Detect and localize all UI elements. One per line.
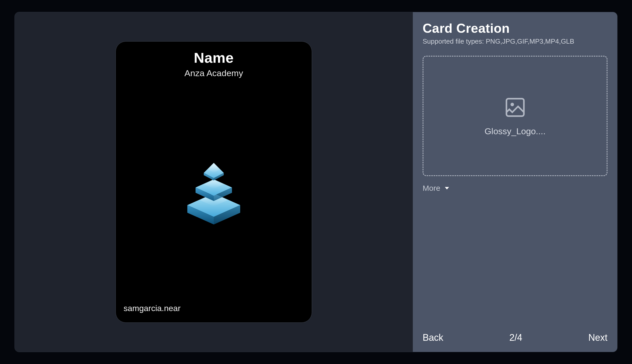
page-title: Card Creation (423, 21, 607, 36)
step-indicator: 2/4 (509, 332, 522, 343)
more-label: More (423, 184, 440, 193)
more-toggle[interactable]: More (423, 184, 607, 193)
next-button[interactable]: Next (588, 332, 607, 343)
file-dropzone[interactable]: Glossy_Logo.... (423, 56, 607, 176)
card-owner: samgarcia.near (124, 304, 181, 313)
app-viewport: Name Anza Academy (0, 0, 632, 364)
svg-point-15 (511, 103, 514, 106)
side-panel: Card Creation Supported file types: PNG,… (413, 12, 617, 352)
step-nav: Back 2/4 Next (423, 332, 607, 343)
uploaded-filename: Glossy_Logo.... (484, 126, 545, 136)
image-icon (504, 96, 527, 119)
card-logo (180, 160, 247, 227)
card-subtitle: Anza Academy (116, 68, 312, 78)
card-preview-area: Name Anza Academy (15, 12, 413, 352)
card-title: Name (116, 49, 312, 66)
supported-types-label: Supported file types: PNG,JPG,GIF,MP3,MP… (423, 37, 607, 45)
svg-rect-14 (506, 99, 524, 116)
chevron-down-icon (443, 185, 451, 192)
back-button[interactable]: Back (423, 332, 443, 343)
creation-panel: Name Anza Academy (14, 12, 618, 352)
card-preview: Name Anza Academy (116, 41, 312, 323)
pyramid-logo-icon (184, 161, 243, 226)
